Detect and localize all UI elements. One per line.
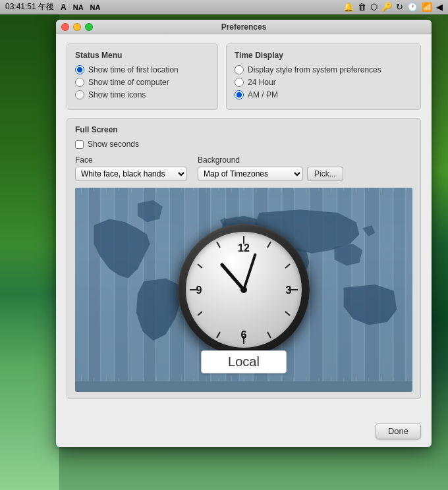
svg-line-95 (217, 242, 220, 248)
show-seconds-checkbox[interactable] (75, 140, 84, 149)
location-label: Local (201, 350, 287, 373)
clock-icon[interactable]: 🕐 (407, 2, 418, 12)
svg-rect-22 (365, 188, 379, 381)
preferences-window: Preferences Status Menu Show time of fir… (56, 20, 432, 447)
radio-show-computer-label: Show time of computer (88, 78, 169, 87)
svg-line-101 (244, 255, 255, 290)
radio-show-icons-input[interactable] (75, 90, 84, 99)
background-label: Background (198, 155, 343, 165)
hex-icon[interactable]: ⬡ (370, 2, 378, 12)
clock-preview: 12 3 6 9 (75, 188, 412, 392)
pick-button[interactable]: Pick... (307, 167, 343, 181)
svg-line-100 (222, 265, 244, 290)
clock-outer-ring: 12 3 6 9 (178, 224, 310, 356)
top-sections: Status Menu Show time of first location … (67, 43, 421, 110)
show-seconds-row: Show seconds (75, 140, 412, 149)
svg-point-102 (240, 286, 247, 293)
titlebar-buttons (61, 23, 93, 31)
maximize-button[interactable] (85, 23, 93, 31)
background-select[interactable]: Map of Timezones Solid Color None (198, 167, 303, 181)
svg-rect-23 (380, 188, 393, 381)
refresh-icon[interactable]: ↻ (396, 2, 403, 12)
menubar: 03:41:51 午後 A NA NA 🔔 🗑 ⬡ 🔑 ↻ 🕐 📶 ◀ (0, 0, 448, 14)
radio-24hour: 24 Hour (235, 78, 412, 87)
clock-svg: 12 3 6 9 (186, 232, 302, 348)
svg-line-90 (285, 312, 290, 315)
svg-line-89 (285, 264, 290, 268)
time-display-section: Time Display Display style from system p… (226, 43, 421, 110)
fullscreen-title: Full Screen (75, 125, 412, 134)
done-button[interactable]: Done (376, 423, 421, 439)
svg-rect-3 (101, 188, 114, 381)
radio-system-pref-input[interactable] (235, 65, 244, 74)
window-title: Preferences (221, 22, 267, 32)
show-seconds-label: Show seconds (88, 140, 139, 149)
radio-show-icons: Show time icons (75, 90, 210, 99)
menubar-na1: NA (73, 3, 84, 11)
radio-system-pref-label: Display style from system preferences (248, 65, 381, 74)
radio-show-first: Show time of first location (75, 65, 210, 74)
radio-show-first-input[interactable] (75, 65, 84, 74)
face-dropdown-group: Face White face, black hands Black face,… (75, 155, 187, 181)
radio-ampm-input[interactable] (235, 90, 244, 99)
radio-ampm: AM / PM (235, 90, 412, 99)
background-dropdown-with-pick: Map of Timezones Solid Color None Pick..… (198, 167, 343, 181)
clock-face: 12 3 6 9 (186, 232, 302, 348)
desktop-forest-detail (0, 0, 59, 490)
menubar-left: 03:41:51 午後 A NA NA (5, 1, 101, 13)
bell-icon[interactable]: 🔔 (343, 2, 354, 12)
svg-rect-2 (89, 188, 100, 381)
svg-rect-1 (75, 188, 88, 381)
menubar-right: 🔔 🗑 ⬡ 🔑 ↻ 🕐 📶 ◀ (343, 2, 443, 12)
radio-show-first-label: Show time of first location (88, 65, 179, 74)
trash-icon[interactable]: 🗑 (358, 2, 366, 12)
back-icon[interactable]: ◀ (436, 2, 443, 12)
radio-24hour-label: 24 Hour (248, 78, 276, 87)
bottom-bar: Done (56, 416, 432, 447)
svg-text:6: 6 (241, 329, 247, 340)
radio-show-computer: Show time of computer (75, 78, 210, 87)
svg-line-91 (267, 332, 271, 338)
status-menu-title: Status Menu (75, 51, 210, 60)
face-select[interactable]: White face, black hands Black face, whit… (75, 167, 187, 181)
svg-text:12: 12 (238, 242, 250, 254)
time-display-title: Time Display (235, 51, 412, 60)
menubar-time: 03:41:51 午後 (5, 1, 54, 13)
svg-rect-24 (394, 188, 405, 381)
radio-show-computer-input[interactable] (75, 78, 84, 87)
svg-line-88 (267, 242, 271, 248)
menubar-app-icon[interactable]: A (61, 3, 67, 12)
window-content: Status Menu Show time of first location … (56, 34, 432, 416)
wifi-icon[interactable]: 📶 (422, 2, 432, 12)
svg-rect-4 (115, 188, 128, 381)
radio-show-icons-label: Show time icons (88, 90, 146, 99)
svg-line-93 (198, 312, 202, 315)
background-dropdown-group: Background Map of Timezones Solid Color … (198, 155, 343, 181)
radio-24hour-input[interactable] (235, 78, 244, 87)
svg-line-92 (217, 332, 220, 338)
status-menu-section: Status Menu Show time of first location … (67, 43, 218, 110)
analog-clock: 12 3 6 9 (178, 224, 310, 356)
svg-text:9: 9 (196, 285, 202, 296)
close-button[interactable] (61, 23, 69, 31)
radio-ampm-label: AM / PM (248, 90, 278, 99)
radio-system-pref: Display style from system preferences (235, 65, 412, 74)
fullscreen-section: Full Screen Show seconds Face White face… (67, 118, 421, 399)
svg-rect-25 (406, 188, 412, 381)
svg-rect-21 (352, 188, 364, 381)
svg-text:3: 3 (286, 285, 292, 296)
svg-line-94 (198, 264, 202, 268)
key-icon[interactable]: 🔑 (381, 2, 392, 12)
dropdowns-row: Face White face, black hands Black face,… (75, 155, 412, 181)
face-label: Face (75, 155, 187, 165)
titlebar: Preferences (56, 20, 432, 34)
menubar-na2: NA (90, 3, 101, 11)
minimize-button[interactable] (73, 23, 81, 31)
